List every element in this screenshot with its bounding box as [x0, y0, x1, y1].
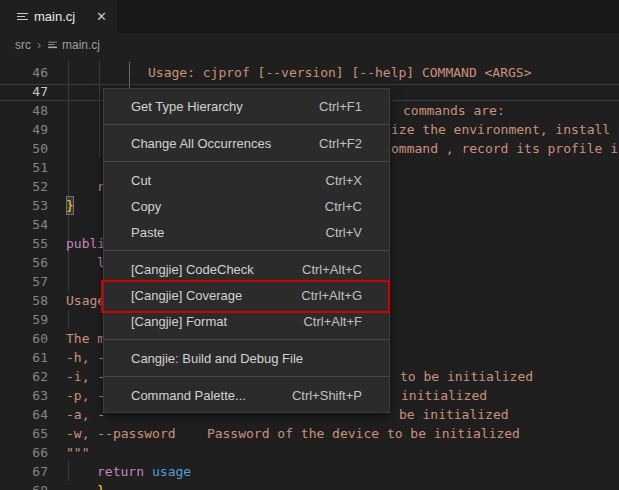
breadcrumb-item-src[interactable]: src [15, 38, 31, 52]
code-line-67[interactable]: returnusage [0, 462, 619, 481]
menu-item-shortcut: Ctrl+X [326, 173, 362, 188]
code-token: -a, - [66, 405, 105, 424]
menu-item-cut[interactable]: CutCtrl+X [104, 167, 389, 193]
code-line-68[interactable]: } [0, 481, 619, 490]
menu-item-shortcut: Ctrl+Alt+C [302, 262, 362, 277]
menu-item-cangjie-coverage[interactable]: [Cangjie] CoverageCtrl+Alt+G [104, 282, 389, 308]
menu-item-label: [Cangjie] CodeCheck [131, 262, 254, 277]
chevron-right-icon: › [37, 38, 41, 52]
code-token: """ [66, 443, 89, 462]
menu-item-cangjie-codecheck[interactable]: [Cangjie] CodeCheckCtrl+Alt+C [104, 256, 389, 282]
code-token: usage [152, 462, 191, 481]
file-icon [17, 11, 28, 22]
breadcrumb: src › main.cj [0, 33, 619, 57]
code-line-65[interactable]: -w, --password Password of the device to… [0, 424, 619, 443]
menu-separator [104, 339, 389, 340]
code-token: Usage [66, 291, 105, 310]
menu-separator [104, 124, 389, 125]
menu-item-copy[interactable]: CopyCtrl+C [104, 193, 389, 219]
menu-item-label: [Cangjie] Format [131, 314, 227, 329]
menu-separator [104, 376, 389, 377]
menu-item-change-all-occurrences[interactable]: Change All OccurrencesCtrl+F2 [104, 130, 389, 156]
menu-item-shortcut: Ctrl+Shift+P [292, 388, 362, 403]
code-token: Usage: cjprof [--version] [--help] COMMA… [148, 63, 532, 82]
close-icon[interactable]: ✕ [94, 9, 109, 24]
menu-item-label: Paste [131, 225, 164, 240]
menu-separator [104, 161, 389, 162]
file-icon [48, 41, 57, 50]
code-token: ommand , record its profile in [391, 139, 619, 158]
context-menu: Get Type HierarchyCtrl+F1Change All Occu… [103, 88, 390, 413]
menu-item-label: Change All Occurrences [131, 136, 271, 151]
code-token: return [97, 462, 144, 481]
menu-item-shortcut: Ctrl+V [326, 225, 362, 240]
code-line-46[interactable]: Usage: cjprof [--version] [--help] COMMA… [0, 63, 619, 82]
breadcrumb-item-file[interactable]: main.cj [62, 38, 100, 52]
code-token: The m [66, 329, 105, 348]
code-token: to be initialized [400, 367, 533, 386]
menu-item-get-type-hierarchy[interactable]: Get Type HierarchyCtrl+F1 [104, 93, 389, 119]
tab-main-cj[interactable]: main.cj ✕ [0, 0, 118, 33]
code-token: -p, - [66, 386, 105, 405]
vscode-window: main.cj ✕ src › main.cj 4647484950515253… [0, 0, 619, 490]
menu-item-shortcut: Ctrl+Alt+F [303, 314, 362, 329]
code-token: } [97, 481, 105, 490]
menu-item-label: Command Palette... [131, 388, 246, 403]
menu-item-shortcut: Ctrl+F1 [319, 99, 362, 114]
menu-separator [104, 250, 389, 251]
menu-item-paste[interactable]: PasteCtrl+V [104, 219, 389, 245]
menu-item-command-palette[interactable]: Command Palette...Ctrl+Shift+P [104, 382, 389, 408]
tab-label: main.cj [34, 9, 75, 24]
menu-item-shortcut: Ctrl+Alt+G [301, 288, 362, 303]
code-token: initialized [401, 386, 487, 405]
menu-item-cangjie-build-and-debug-file[interactable]: Cangjie: Build and Debug File [104, 345, 389, 371]
code-token: -w, --password Password of the device to… [66, 424, 520, 443]
menu-item-shortcut: Ctrl+C [325, 199, 362, 214]
menu-item-cangjie-format[interactable]: [Cangjie] FormatCtrl+Alt+F [104, 308, 389, 334]
code-token: -i, - [66, 367, 105, 386]
menu-item-label: Copy [131, 199, 161, 214]
code-token: be initialized [399, 405, 509, 424]
menu-item-shortcut: Ctrl+F2 [319, 136, 362, 151]
code-token: } [66, 196, 74, 215]
menu-item-label: Cut [131, 173, 151, 188]
code-token: commands are: [403, 101, 505, 120]
code-token: -h, - [66, 348, 105, 367]
menu-item-label: Get Type Hierarchy [131, 99, 243, 114]
menu-item-label: [Cangjie] Coverage [131, 288, 242, 303]
tab-bar: main.cj ✕ [0, 0, 619, 33]
menu-item-label: Cangjie: Build and Debug File [131, 351, 303, 366]
code-line-66[interactable]: """ [0, 443, 619, 462]
code-token: ize the environment, install p [391, 120, 619, 139]
